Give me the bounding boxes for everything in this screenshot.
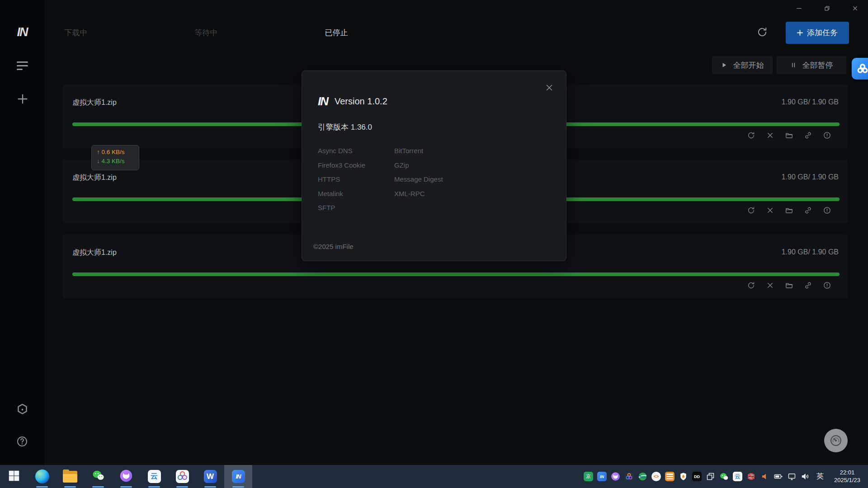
tray-shield-icon[interactable]	[679, 472, 688, 481]
info-icon	[823, 281, 831, 290]
taskbar-app-wechat[interactable]	[84, 465, 112, 488]
taskbar-app-edge[interactable]	[28, 465, 56, 488]
file-size: 1.90 GB/ 1.90 GB	[782, 173, 839, 181]
window-minimize-button[interactable]	[792, 3, 806, 14]
tab-stopped[interactable]: 已停止	[325, 28, 348, 38]
question-icon	[16, 435, 28, 448]
menu-icon[interactable]	[17, 61, 28, 71]
task-info-button[interactable]	[823, 206, 831, 215]
taskbar-app-cloud[interactable]: 云	[140, 465, 168, 488]
refresh-icon	[747, 131, 755, 140]
close-icon	[766, 206, 774, 215]
baidu-netdisk-widget[interactable]	[852, 58, 868, 80]
tray-browser-icon[interactable]	[665, 472, 675, 481]
settings-hexagon-icon	[15, 403, 29, 417]
tray-wechat-icon[interactable]	[719, 472, 729, 481]
open-folder-button[interactable]	[785, 281, 793, 290]
engine-version: 引擎版本 1.36.0	[318, 122, 372, 132]
ime-language-indicator[interactable]: 英	[814, 472, 826, 481]
sidebar: IN	[0, 0, 44, 465]
tray-cloud-icon[interactable]: 云	[733, 472, 742, 481]
tray-copy-icon[interactable]	[706, 472, 715, 481]
info-icon	[823, 206, 831, 215]
tray-code-icon[interactable]: <>	[651, 472, 661, 481]
file-explorer-icon	[63, 471, 77, 483]
window-close-button[interactable]	[848, 3, 862, 14]
add-task-button[interactable]: 添加任务	[786, 22, 849, 44]
copy-link-button[interactable]	[804, 206, 812, 215]
feature-item: SFTP	[318, 201, 365, 215]
feature-item: Message Digest	[394, 172, 443, 187]
battery-icon[interactable]	[774, 472, 783, 481]
wechat-icon	[91, 469, 105, 484]
feature-item: GZip	[394, 158, 443, 173]
taskbar-start-button[interactable]	[0, 465, 28, 488]
tray-blocked-icon[interactable]	[746, 472, 756, 481]
plus-icon	[16, 93, 29, 105]
open-folder-button[interactable]	[785, 206, 793, 215]
feature-item: Metalink	[318, 187, 365, 201]
tray-jing-icon[interactable]: 京	[584, 472, 593, 481]
taskbar-clock[interactable]: 22:01 2025/1/23	[830, 469, 864, 484]
taskbar-app-cat[interactable]	[112, 465, 140, 488]
file-name: 虚拟大师1.zip	[72, 248, 117, 258]
start-all-button[interactable]: 全部开始	[712, 56, 773, 74]
tray-volume-mixer-icon[interactable]	[760, 472, 769, 481]
tab-downloading[interactable]: 下载中	[65, 28, 88, 38]
delete-task-button[interactable]	[766, 281, 774, 290]
info-icon	[823, 131, 831, 140]
imfile-glyph: IN	[600, 474, 604, 479]
app-version: Version 1.0.2	[335, 96, 387, 107]
clock-date: 2025/1/23	[830, 477, 864, 484]
progress-bar	[72, 272, 840, 276]
link-icon	[804, 131, 812, 140]
task-info-button[interactable]	[823, 131, 831, 140]
settings-button[interactable]	[15, 403, 29, 417]
taskbar-app-word[interactable]: W	[196, 465, 224, 488]
refresh-list-button[interactable]	[756, 26, 768, 38]
speed-gauge-button[interactable]	[824, 429, 848, 452]
close-icon	[766, 281, 774, 290]
refresh-icon	[747, 281, 755, 290]
retry-task-button[interactable]	[747, 131, 755, 140]
open-folder-button[interactable]	[785, 131, 793, 140]
restore-icon	[824, 5, 830, 12]
file-size: 1.90 GB/ 1.90 GB	[782, 98, 839, 106]
file-size: 1.90 GB/ 1.90 GB	[782, 248, 839, 256]
copy-link-button[interactable]	[804, 131, 812, 140]
pause-all-button[interactable]: 全部暂停	[777, 56, 846, 74]
upload-speed: ↑ 0.6 KB/s	[97, 149, 134, 155]
imfile-icon: IN	[232, 470, 245, 483]
delete-task-button[interactable]	[766, 206, 774, 215]
feature-item: BitTorrent	[394, 144, 443, 158]
word-icon: W	[204, 470, 217, 483]
task-info-button[interactable]	[823, 281, 831, 290]
close-icon	[544, 83, 554, 93]
retry-task-button[interactable]	[747, 281, 755, 290]
tray-cat-icon[interactable]	[611, 472, 620, 481]
taskbar-app-file-explorer[interactable]	[56, 465, 84, 488]
tray-globe-icon[interactable]	[638, 472, 647, 481]
network-icon[interactable]	[787, 472, 797, 481]
speed-tooltip: ↑ 0.6 KB/s ↓ 4.3 KB/s	[91, 145, 139, 170]
taskbar-app-rings[interactable]	[168, 465, 196, 488]
taskbar-app-imfile[interactable]: IN	[224, 465, 252, 488]
tray-dolby-icon[interactable]: DD	[692, 472, 702, 481]
window-restore-button[interactable]	[820, 3, 834, 14]
clock-time: 22:01	[830, 469, 864, 477]
dialog-close-button[interactable]	[544, 83, 554, 93]
retry-task-button[interactable]	[747, 206, 755, 215]
tray-imfile-icon[interactable]: IN	[597, 472, 607, 481]
minimize-icon	[796, 5, 802, 12]
add-download-button[interactable]	[16, 93, 29, 105]
copy-link-button[interactable]	[804, 281, 812, 290]
help-button[interactable]	[16, 435, 28, 448]
folder-icon	[785, 131, 793, 140]
edge-browser-icon	[35, 469, 49, 483]
tab-waiting[interactable]: 等待中	[195, 28, 218, 38]
taskbar: 云 W IN 京 IN	[0, 465, 868, 488]
speaker-icon[interactable]	[801, 472, 810, 481]
delete-task-button[interactable]	[766, 131, 774, 140]
code-glyph: <>	[654, 474, 659, 479]
tray-rings-icon[interactable]	[624, 472, 634, 481]
